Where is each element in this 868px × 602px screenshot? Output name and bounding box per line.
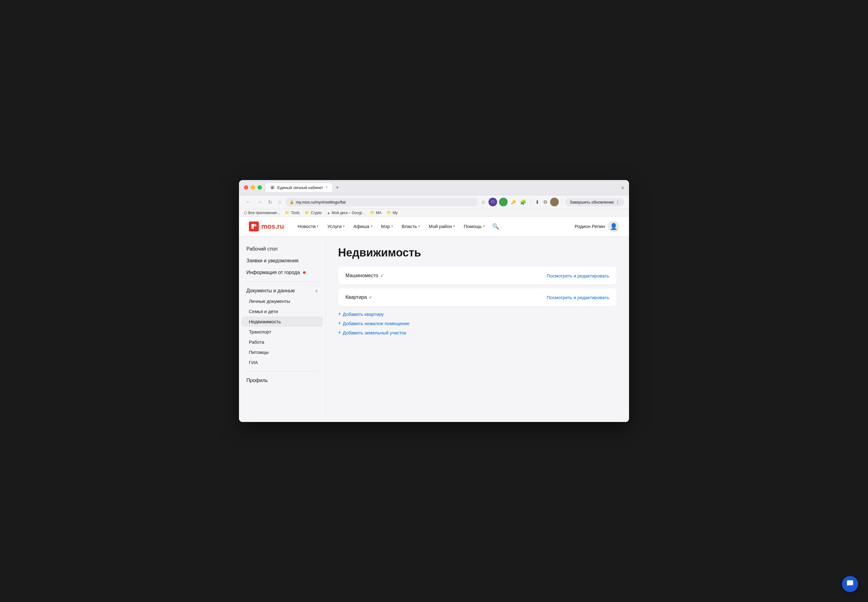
bookmark-crypto-label: Crypto [311, 211, 322, 215]
user-section: Родион Репин 👤 [574, 221, 619, 232]
user-avatar[interactable]: 👤 [608, 221, 619, 232]
main-layout: Рабочий стол Заявки и уведомления Информ… [239, 236, 629, 422]
extensions-button[interactable]: 🧩 [519, 198, 528, 206]
add-apartment-link[interactable]: + Добавить квартиру [338, 311, 617, 317]
search-button[interactable]: 🔍 [490, 221, 502, 232]
more-options-icon: ⋮ [616, 200, 620, 204]
active-tab[interactable]: 🏛 Единый личный кабинет × [266, 183, 332, 192]
bookmark-ma[interactable]: 📁 МА [370, 210, 382, 215]
sidebar-subitems: Личные документы Семья и дети Недвижимос… [239, 296, 325, 367]
verified-icon: ✓ [380, 273, 384, 278]
property-label-apartment: Квартира [345, 295, 367, 300]
nav-events-label: Афиша [354, 224, 369, 229]
chat-icon [846, 580, 854, 589]
bookmark-my[interactable]: 📁 My [387, 210, 398, 215]
sidebar-item-transport[interactable]: Транспорт [239, 327, 325, 337]
title-bar: 🏛 Единый личный кабинет × + ∨ [239, 180, 629, 195]
logo-text: mos.ru [261, 223, 284, 230]
extension-icon-2[interactable]: 🌿 [499, 198, 508, 206]
chevron-down-icon: ▾ [343, 224, 345, 228]
sidebar-item-city-info: Информация от города [239, 267, 325, 278]
add-land-label: Добавить земельный участок [343, 330, 406, 335]
tab-bar: 🏛 Единый личный кабинет × + [266, 183, 617, 192]
bookmark-tools-label: Tools [291, 211, 300, 215]
close-button[interactable] [244, 185, 248, 190]
property-name-apartment: Квартира ✓ [345, 295, 372, 300]
edit-link-apartment[interactable]: Посмотреть и редактировать [547, 295, 609, 300]
nav-mayor[interactable]: Мэр ▾ [377, 221, 397, 231]
bookmark-my-label: My [393, 211, 398, 215]
sidebar-item-personal-docs[interactable]: Личные документы [239, 296, 325, 306]
minimize-button[interactable] [251, 185, 255, 190]
add-nonresidential-link[interactable]: + Добавить нежилое помещение [338, 321, 617, 326]
sidebar-item-real-estate[interactable]: Недвижимость [242, 316, 323, 327]
nav-help[interactable]: Помощь ▾ [460, 221, 488, 231]
sidebar-link-requests[interactable]: Заявки и уведомления [239, 255, 325, 266]
svg-rect-3 [847, 580, 853, 585]
url-input[interactable] [296, 200, 474, 204]
home-button[interactable]: ⌂ [276, 198, 283, 206]
verified-icon-2: ✓ [369, 295, 372, 300]
sidebar-link-desktop[interactable]: Рабочий стол [239, 244, 325, 254]
new-tab-button[interactable]: + [333, 184, 342, 191]
site-navigation: Новости ▾ Услуги ▾ Афиша ▾ Мэр ▾ Власть [294, 221, 574, 232]
window-collapse-button[interactable]: ∨ [621, 185, 624, 190]
add-land-link[interactable]: + Добавить земельный участок [338, 330, 617, 335]
nav-news[interactable]: Новости ▾ [294, 221, 322, 231]
extension-icon-3[interactable]: 🔑 [509, 199, 517, 206]
chevron-down-icon: ▾ [453, 224, 455, 228]
bookmark-tools[interactable]: 📁 Tools [285, 210, 300, 215]
tab-close-button[interactable]: × [326, 185, 328, 190]
nav-district-label: Мой район [429, 224, 452, 229]
download-button[interactable]: ⬇ [534, 198, 540, 206]
nav-events[interactable]: Афиша ▾ [350, 221, 376, 231]
site-logo[interactable]: mos.ru [249, 221, 284, 231]
chevron-down-icon: ▾ [317, 224, 319, 228]
folder-icon: 📁 [387, 210, 392, 215]
sidebar-item-work[interactable]: Работа [239, 337, 325, 347]
sidebar-item-desktop: Рабочий стол [239, 244, 325, 254]
docs-group-label: Документы и данные [246, 288, 295, 293]
property-card-parking: Машиноместо ✓ Посмотреть и редактировать [338, 267, 617, 285]
sidebar-link-city-info[interactable]: Информация от города [239, 267, 325, 278]
back-button[interactable]: ← [244, 198, 252, 206]
chevron-down-icon: ▾ [391, 224, 393, 228]
forward-button[interactable]: → [255, 198, 264, 206]
bookmark-crypto[interactable]: 📁 Crypto [305, 210, 322, 215]
content-area: Недвижимость Машиноместо ✓ Посмотреть и … [326, 236, 629, 422]
site-header: mos.ru Новости ▾ Услуги ▾ Афиша ▾ Мэр ▾ [239, 217, 629, 236]
nav-district[interactable]: Мой район ▾ [425, 221, 459, 231]
star-button[interactable]: ☆ [480, 198, 486, 206]
chevron-down-icon: ▾ [418, 224, 420, 228]
extension-icon-1[interactable]: 🛡 [488, 198, 497, 206]
edit-link-parking[interactable]: Посмотреть и редактировать [547, 273, 609, 278]
sidebar-group-docs: Документы и данные ∧ Личные документы Се… [239, 286, 325, 367]
split-view-button[interactable]: ⧉ [542, 198, 548, 206]
sidebar-group-docs-header[interactable]: Документы и данные ∧ [239, 286, 325, 296]
reload-button[interactable]: ↻ [266, 198, 274, 206]
city-info-label: Информация от города [246, 270, 300, 275]
page-title: Недвижимость [338, 246, 617, 259]
nav-power[interactable]: Власть ▾ [398, 221, 424, 231]
nav-services[interactable]: Услуги ▾ [323, 221, 348, 231]
user-profile-button[interactable] [550, 198, 559, 206]
address-bar[interactable]: 🔒 [286, 198, 478, 206]
bookmark-drive[interactable]: ▲ Мой диск – Googl... [326, 211, 365, 215]
chat-fab-button[interactable] [842, 576, 858, 592]
maximize-button[interactable] [257, 185, 262, 190]
sidebar-link-profile[interactable]: Профиль [239, 375, 325, 386]
drive-icon: ▲ [326, 211, 330, 215]
navigation-bar: ← → ↻ ⌂ 🔒 ☆ 🛡 🌿 🔑 🧩 ⬇ ⧉ Завершить обновл… [239, 195, 629, 209]
sidebar-item-gia[interactable]: ГИА [239, 357, 325, 367]
notification-dot [303, 271, 306, 274]
sidebar-item-family[interactable]: Семья и дети [239, 306, 325, 316]
sidebar-item-pets[interactable]: Питомцы [239, 347, 325, 357]
plus-icon: + [338, 330, 341, 335]
tab-title: Единый личный кабинет [277, 185, 323, 190]
bookmark-all-apps[interactable]: ⬡ Все приложения... [244, 211, 280, 215]
sidebar-item-requests: Заявки и уведомления [239, 255, 325, 266]
sidebar-divider [246, 281, 318, 282]
update-button[interactable]: Завершить обновление ⋮ [565, 198, 624, 206]
sidebar-divider-2 [246, 371, 318, 372]
folder-icon: 📁 [370, 210, 375, 215]
